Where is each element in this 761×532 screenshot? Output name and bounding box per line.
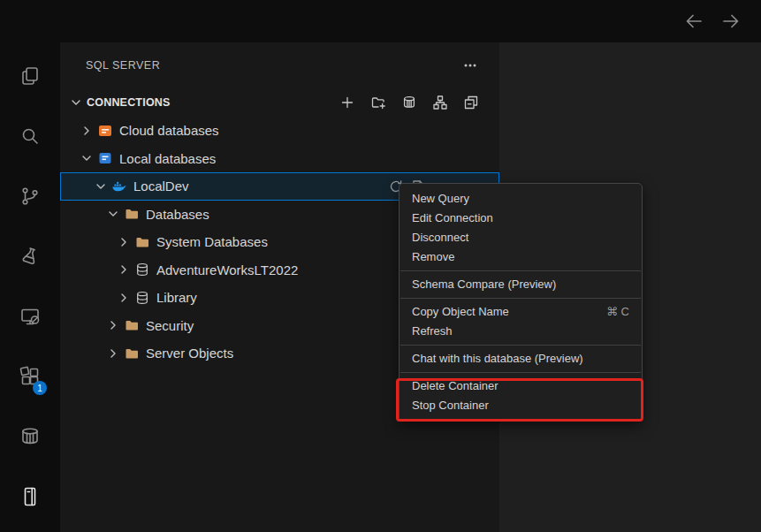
arrow-left-icon	[683, 11, 704, 32]
tree-item-label: Server Objects	[146, 346, 233, 361]
tree-item-cloud-databases[interactable]: Cloud databases	[60, 117, 499, 145]
menu-separator	[400, 372, 641, 373]
tree-item-label: System Databases	[156, 234, 268, 249]
menu-item-label: Stop Container	[412, 396, 489, 415]
menu-separator	[400, 298, 641, 299]
folder-icon	[125, 318, 139, 332]
tree-item-label: Local databases	[119, 151, 216, 166]
folder-icon	[125, 346, 139, 361]
sidebar-title: SQL SERVER	[86, 59, 160, 72]
chevron-right-icon[interactable]	[117, 235, 131, 249]
container-icon	[19, 426, 41, 447]
remote-monitor-icon	[19, 306, 41, 327]
activity-extensions[interactable]: 1	[0, 346, 60, 407]
menu-item-chat-with-database[interactable]: Chat with this database (Preview)	[400, 349, 642, 369]
tree-item-label: AdventureWorksLT2022	[156, 262, 298, 277]
folder-icon	[125, 207, 139, 221]
workbench: 1 SQL SERVER CONNECTIONS	[0, 42, 761, 532]
menu-item-refresh[interactable]: Refresh	[400, 322, 642, 341]
menu-item-schema-compare[interactable]: Schema Compare (Preview)	[400, 275, 642, 294]
folder-icon	[135, 235, 149, 249]
tree-item-local-databases[interactable]: Local databases	[60, 145, 499, 173]
chevron-right-icon[interactable]	[80, 124, 94, 138]
menu-separator	[400, 345, 641, 346]
activity-source-control[interactable]	[0, 166, 60, 226]
test-beaker-icon	[19, 246, 41, 267]
cloud-databases-icon	[98, 124, 112, 138]
menu-item-copy-object-name[interactable]: Copy Object Name⌘ C	[400, 302, 642, 322]
ellipsis-icon	[462, 57, 478, 73]
new-connection-group-icon[interactable]	[371, 95, 385, 110]
activity-bar: 1	[0, 42, 60, 532]
add-connection-icon[interactable]	[340, 95, 354, 110]
database-icon	[135, 262, 149, 277]
menu-item-edit-connection[interactable]: Edit Connection	[400, 209, 642, 228]
chevron-down-icon[interactable]	[80, 151, 94, 165]
context-menu: New Query Edit Connection Disconnect Rem…	[399, 183, 643, 422]
tree-item-label: Cloud databases	[119, 123, 219, 138]
connections-toolbar	[340, 95, 478, 110]
tree-item-label: Security	[146, 318, 194, 333]
chevron-down-icon[interactable]	[106, 207, 120, 221]
tree-item-label: Databases	[146, 207, 209, 222]
activity-containers[interactable]	[0, 407, 60, 467]
menu-item-label: Remove	[412, 247, 454, 267]
menu-item-label: Delete Container	[412, 376, 498, 396]
menu-item-remove[interactable]: Remove	[400, 247, 642, 267]
chevron-down-icon[interactable]	[94, 179, 108, 194]
chevron-right-icon[interactable]	[106, 318, 120, 332]
collapse-all-icon[interactable]	[464, 95, 478, 110]
activity-explorer[interactable]	[0, 46, 60, 106]
sql-server-icon	[19, 486, 41, 507]
server-group-icon[interactable]	[433, 95, 447, 110]
connections-section-header[interactable]: CONNECTIONS	[60, 88, 499, 117]
navigate-back-button[interactable]	[683, 11, 704, 32]
source-control-icon	[19, 186, 41, 207]
menu-item-label: New Query	[412, 189, 469, 209]
activity-search[interactable]	[0, 106, 60, 166]
menu-item-label: Disconnect	[412, 228, 468, 247]
chevron-right-icon[interactable]	[117, 262, 131, 277]
chevron-down-icon[interactable]	[69, 95, 83, 110]
tree-item-label: Library	[156, 290, 197, 305]
local-databases-icon	[98, 151, 112, 165]
more-actions-button[interactable]	[462, 57, 478, 73]
chevron-right-icon[interactable]	[117, 291, 131, 305]
activity-testing[interactable]	[0, 226, 60, 286]
menu-item-disconnect[interactable]: Disconnect	[400, 228, 642, 247]
titlebar	[0, 0, 761, 42]
connections-label: CONNECTIONS	[87, 96, 171, 109]
deploy-container-icon[interactable]	[402, 95, 416, 110]
menu-item-stop-container[interactable]: Stop Container	[400, 396, 642, 415]
navigate-forward-button[interactable]	[720, 11, 742, 32]
database-icon	[135, 291, 149, 305]
menu-item-delete-container[interactable]: Delete Container	[400, 376, 642, 396]
menu-item-label: Schema Compare (Preview)	[412, 275, 556, 294]
docker-container-icon	[112, 179, 126, 194]
menu-item-shortcut: ⌘ C	[606, 302, 629, 322]
menu-separator	[400, 270, 641, 271]
sidebar-header: SQL SERVER	[60, 42, 499, 88]
activity-sql-server[interactable]	[0, 467, 60, 527]
chevron-right-icon[interactable]	[106, 346, 120, 361]
vscode-window: 1 SQL SERVER CONNECTIONS	[0, 0, 761, 532]
menu-item-label: Edit Connection	[412, 209, 493, 228]
extensions-badge: 1	[33, 381, 47, 395]
menu-item-label: Chat with this database (Preview)	[412, 349, 583, 369]
menu-item-label: Copy Object Name	[412, 302, 509, 322]
tree-item-label: LocalDev	[133, 179, 189, 194]
explorer-icon	[19, 65, 41, 87]
menu-item-label: Refresh	[412, 322, 453, 341]
menu-item-new-query[interactable]: New Query	[400, 189, 642, 209]
activity-remote-explorer[interactable]	[0, 286, 60, 346]
arrow-right-icon	[720, 11, 742, 32]
search-icon	[19, 125, 41, 147]
